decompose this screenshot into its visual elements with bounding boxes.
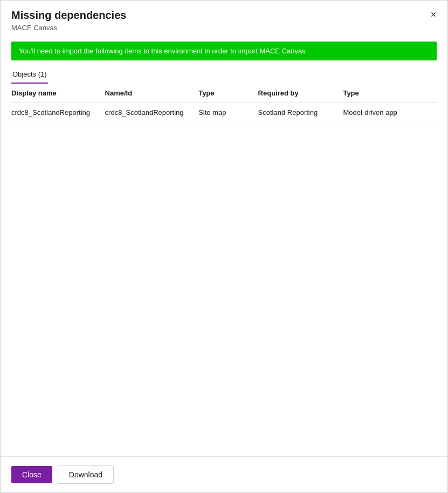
col-header-display-name: Display name bbox=[11, 84, 105, 103]
tab-objects[interactable]: Objects (1) bbox=[11, 67, 48, 84]
close-button[interactable]: Close bbox=[11, 466, 52, 483]
table-area: Display name Name/Id Type Required by Ty… bbox=[1, 84, 447, 456]
dialog-header: Missing dependencies MACE Canvas bbox=[1, 1, 447, 36]
col-header-required-by: Required by bbox=[258, 84, 343, 103]
table-row: crdc8_ScotlandReportingcrdc8_ScotlandRep… bbox=[11, 103, 437, 122]
alert-banner: You'll need to import the following item… bbox=[11, 42, 437, 60]
dependencies-table: Display name Name/Id Type Required by Ty… bbox=[11, 84, 437, 122]
cell-required_by: Scotland Reporting bbox=[258, 103, 343, 122]
missing-dependencies-dialog: Missing dependencies MACE Canvas × You'l… bbox=[0, 0, 448, 493]
cell-name_id: crdc8_ScotlandReporting bbox=[105, 103, 199, 122]
dialog-subtitle: MACE Canvas bbox=[11, 24, 437, 32]
download-button[interactable]: Download bbox=[58, 465, 114, 484]
col-header-name-id: Name/Id bbox=[105, 84, 199, 103]
close-icon-button[interactable]: × bbox=[426, 7, 441, 22]
table-header-row: Display name Name/Id Type Required by Ty… bbox=[11, 84, 437, 103]
col-header-type2: Type bbox=[343, 84, 437, 103]
cell-type1: Site map bbox=[198, 103, 258, 122]
cell-display_name: crdc8_ScotlandReporting bbox=[11, 103, 105, 122]
cell-type2: Model-driven app bbox=[343, 103, 437, 122]
dialog-footer: Close Download bbox=[1, 456, 447, 492]
dialog-title: Missing dependencies bbox=[11, 9, 437, 22]
tabs-area: Objects (1) bbox=[1, 60, 447, 84]
col-header-type1: Type bbox=[198, 84, 258, 103]
